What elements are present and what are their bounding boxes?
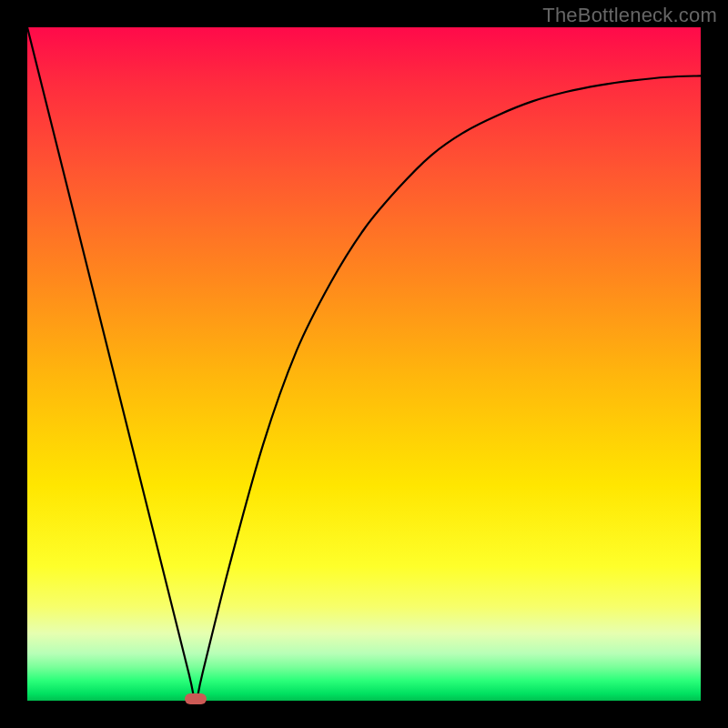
chart-plot-area xyxy=(27,27,701,701)
watermark-text: TheBottleneck.com xyxy=(542,4,717,27)
chart-svg xyxy=(27,27,701,701)
optimal-point-marker xyxy=(185,693,207,704)
bottleneck-curve-line xyxy=(27,27,701,701)
